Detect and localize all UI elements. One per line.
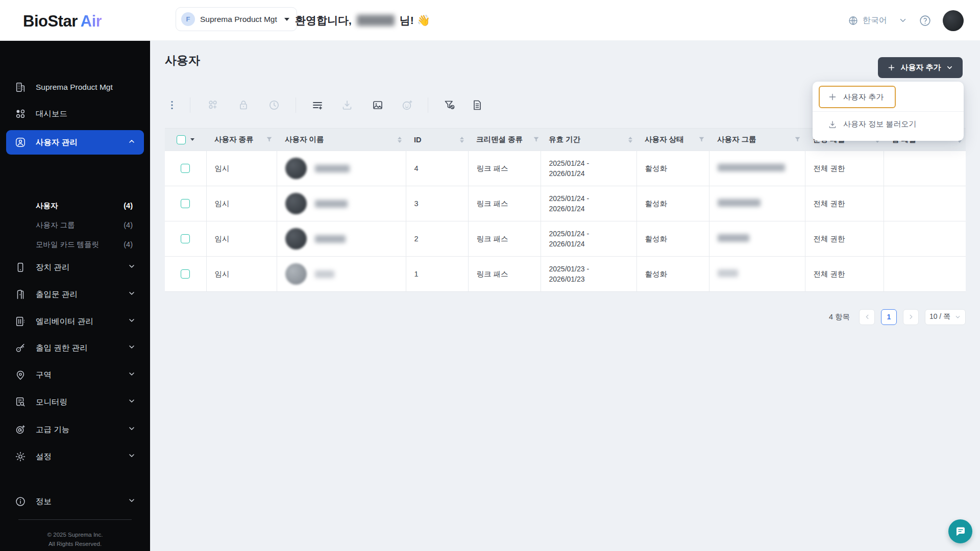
- column-user-group[interactable]: 사용자 그룹: [709, 129, 805, 151]
- selection-caret-icon[interactable]: [190, 138, 194, 141]
- sidebar-item-settings[interactable]: 설정: [6, 445, 144, 468]
- image-icon[interactable]: [372, 99, 384, 111]
- welcome-message: 환영합니다, 님! 👋: [295, 0, 430, 41]
- report-icon[interactable]: [471, 99, 483, 111]
- column-user-type[interactable]: 사용자 종류: [206, 129, 277, 151]
- redacted-group: [718, 164, 785, 171]
- next-page-button[interactable]: [903, 309, 919, 325]
- operator-level-cell: 전체 권한: [805, 221, 884, 257]
- credential-cell: 링크 패스: [468, 221, 541, 257]
- device-icon: [14, 262, 27, 273]
- monitoring-icon: [14, 396, 27, 408]
- redacted-user-name: [357, 15, 395, 26]
- sidebar-item-label: 고급 기능: [36, 424, 69, 435]
- table-row[interactable]: 임시 1 링크 패스 2025/01/23 -2026/01/23 활성화 전체…: [165, 257, 966, 292]
- face-enroll-icon[interactable]: [401, 99, 413, 111]
- clock-icon[interactable]: [268, 99, 280, 111]
- column-user-status[interactable]: 사용자 상태: [636, 129, 709, 151]
- column-valid-period[interactable]: 유효 기간: [541, 129, 636, 151]
- sort-icon[interactable]: [460, 137, 464, 143]
- redacted-group: [718, 234, 749, 242]
- subitem-label: 사용자 그룹: [36, 220, 75, 230]
- globe-icon: [848, 15, 859, 26]
- app-level-cell: [884, 221, 966, 257]
- sidebar-item-user-management[interactable]: 사용자 관리: [6, 130, 144, 155]
- sidebar-item-label: 엘리베이터 관리: [36, 316, 93, 327]
- sidebar-item-dashboard[interactable]: 대시보드: [6, 103, 144, 125]
- sidebar-item-label: 모니터링: [36, 397, 67, 408]
- operator-level-cell: 전체 권한: [805, 186, 884, 221]
- column-label: 크리덴셜 종류: [476, 135, 523, 144]
- redacted-name: [315, 165, 350, 172]
- chat-support-button[interactable]: [948, 519, 972, 543]
- add-user-button[interactable]: 사용자 추가: [878, 57, 963, 78]
- chevron-down-icon: [128, 452, 136, 462]
- filter-icon[interactable]: [698, 136, 705, 143]
- organization-selector[interactable]: F Suprema Product Mgt: [176, 7, 297, 31]
- menu-item-import-users[interactable]: 사용자 정보 불러오기: [813, 112, 964, 137]
- sidebar-item-elevator-management[interactable]: 엘리베이터 관리: [6, 310, 144, 333]
- sidebar-nav: Suprema Product Mgt 대시보드 사용자 관리 사용자 (4) …: [0, 41, 150, 551]
- sidebar-item-label: 구역: [36, 370, 52, 381]
- chevron-down-icon: [946, 64, 953, 71]
- add-to-group-icon[interactable]: [207, 99, 219, 111]
- sidebar-item-info[interactable]: 정보: [6, 490, 144, 513]
- column-user-name[interactable]: 사용자 이름: [277, 129, 406, 151]
- sidebar-subitem-user-groups[interactable]: 사용자 그룹 (4): [6, 216, 144, 234]
- prev-page-button[interactable]: [859, 309, 875, 325]
- chevron-down-icon: [128, 343, 136, 353]
- menu-item-add-user[interactable]: 사용자 추가: [819, 86, 896, 108]
- location-pin-icon: [14, 369, 27, 381]
- column-credential-type[interactable]: 크리덴셜 종류: [468, 129, 541, 151]
- sidebar-subitem-mobile-card-templates[interactable]: 모바일 카드 템플릿 (4): [6, 235, 144, 254]
- filter-icon[interactable]: [266, 136, 273, 143]
- sidebar-item-advanced-features[interactable]: 고급 기능: [6, 418, 144, 441]
- sidebar-item-label: Suprema Product Mgt: [36, 83, 113, 92]
- sidebar-item-door-management[interactable]: 출입문 관리: [6, 283, 144, 306]
- chevron-down-icon: [128, 262, 136, 272]
- language-selector[interactable]: 한국어: [848, 15, 887, 26]
- sort-icon[interactable]: [628, 137, 632, 143]
- row-checkbox[interactable]: [181, 269, 190, 279]
- column-settings-icon[interactable]: [311, 99, 324, 111]
- select-all-checkbox[interactable]: [177, 135, 186, 144]
- clear-filter-icon[interactable]: [444, 99, 456, 111]
- sidebar-item-zones[interactable]: 구역: [6, 364, 144, 386]
- chevron-down-icon[interactable]: [898, 16, 908, 25]
- help-icon[interactable]: [919, 14, 932, 27]
- header-actions: 한국어: [848, 0, 964, 41]
- table-row[interactable]: 임시 4 링크 패스 2025/01/24 -2026/01/24 활성화 전체…: [165, 151, 966, 186]
- status-cell: 활성화: [636, 221, 709, 257]
- user-avatar[interactable]: [943, 10, 964, 31]
- user-group-cell: [709, 257, 805, 292]
- user-photo: [285, 228, 307, 249]
- sidebar-item-device-management[interactable]: 장치 관리: [6, 256, 144, 279]
- biostar-air-logo: BioStarAir: [23, 12, 102, 31]
- elevator-icon: [14, 316, 27, 327]
- sort-icon[interactable]: [398, 137, 402, 143]
- row-checkbox[interactable]: [181, 234, 190, 243]
- welcome-suffix: 님! 👋: [400, 13, 430, 28]
- sidebar-item-monitoring[interactable]: 모니터링: [6, 391, 144, 413]
- table-row[interactable]: 임시 2 링크 패스 2025/01/24 -2026/01/24 활성화 전체…: [165, 221, 966, 257]
- filter-icon[interactable]: [533, 136, 540, 143]
- users-table: 사용자 종류 사용자 이름 ID 크리덴셜 종류 유효 기간 사용자 상태 사용…: [165, 128, 966, 292]
- column-id[interactable]: ID: [406, 129, 468, 151]
- menu-item-label: 사용자 정보 불러오기: [843, 119, 916, 129]
- table-row[interactable]: 임시 3 링크 패스 2025/01/24 -2026/01/24 활성화 전체…: [165, 186, 966, 221]
- current-page-button[interactable]: 1: [881, 309, 897, 325]
- sidebar-item-access-control[interactable]: 출입 권한 관리: [6, 337, 144, 359]
- row-checkbox[interactable]: [181, 199, 190, 208]
- more-options-icon[interactable]: [166, 99, 178, 111]
- filter-icon[interactable]: [794, 136, 801, 143]
- page-size-select[interactable]: 10 / 쪽: [925, 309, 966, 325]
- sidebar-item-org[interactable]: Suprema Product Mgt: [6, 76, 144, 98]
- sidebar-item-label: 정보: [36, 496, 52, 507]
- chevron-left-icon: [864, 313, 871, 320]
- status-cell: 활성화: [636, 186, 709, 221]
- sidebar-subitem-users[interactable]: 사용자 (4): [6, 196, 144, 215]
- download-icon[interactable]: [341, 99, 353, 111]
- lock-icon[interactable]: [237, 99, 250, 111]
- add-user-dropdown-menu: 사용자 추가 사용자 정보 불러오기: [813, 82, 964, 141]
- row-checkbox[interactable]: [181, 164, 190, 173]
